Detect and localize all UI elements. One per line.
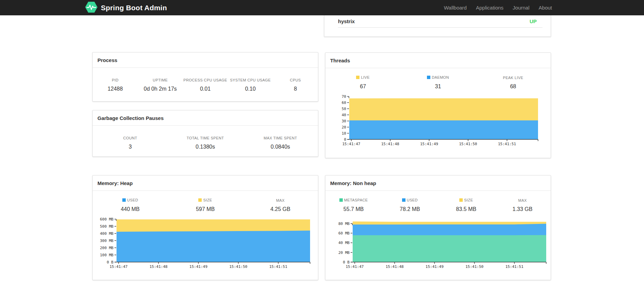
svg-text:15:41:48: 15:41:48: [386, 264, 404, 269]
stat-system-cpu-usage: SYSTEM CPU USAGE 0.10: [228, 77, 273, 92]
svg-text:15:41:51: 15:41:51: [269, 264, 287, 269]
svg-text:80 MB: 80 MB: [338, 222, 350, 226]
svg-text:20: 20: [342, 125, 346, 130]
stat-label: MAX TIME SPENT: [264, 136, 297, 140]
stat-pid: PID 12488: [93, 77, 138, 92]
gc-stats-row: COUNT 3 TOTAL TIME SPENT 0.1380s MAX TIM…: [93, 126, 318, 150]
used-legend-swatch: [402, 198, 405, 202]
svg-text:30: 30: [342, 119, 346, 123]
memory-nonheap-chart: 0 B20 MB40 MB60 MB80 MB15:41:4715:41:481…: [332, 215, 550, 271]
heap-card-title: Memory: Heap: [93, 176, 318, 191]
svg-text:15:41:49: 15:41:49: [420, 142, 438, 146]
stat-label: PID: [112, 78, 119, 82]
nav-menu: Wallboard Applications Journal About: [444, 0, 552, 15]
svg-text:15:41:51: 15:41:51: [505, 264, 523, 269]
process-stats-row: PID 12488 UPTIME 0d 0h 2m 17s PROCESS CP…: [93, 68, 318, 92]
stat-nonheap-size: SIZE 83.5 MB: [438, 197, 494, 212]
stat-label: UPTIME: [153, 78, 168, 82]
metaspace-legend-swatch: [339, 198, 343, 202]
stat-value: 0.0840s: [243, 144, 318, 150]
stat-label: COUNT: [123, 136, 137, 140]
svg-text:40 MB: 40 MB: [338, 241, 350, 245]
gc-card-title: Garbage Collection Pauses: [93, 110, 318, 126]
memory-heap-card: Memory: Heap USED 440 MB SIZE 597 MB MAX: [92, 175, 318, 280]
stat-nonheap-max: MAX 1.33 GB: [494, 197, 551, 212]
stat-nonheap-metaspace: METASPACE 55.7 MB: [325, 197, 382, 212]
nonheap-card-title: Memory: Non heap: [325, 176, 551, 191]
svg-text:40: 40: [342, 113, 346, 117]
stat-label: SYSTEM CPU USAGE: [230, 78, 271, 82]
stat-label: PROCESS CPU USAGE: [183, 78, 227, 82]
application-status-row[interactable]: hystrix UP: [324, 15, 551, 24]
stat-value: 0.10: [228, 86, 273, 92]
process-card: Process PID 12488 UPTIME 0d 0h 2m 17s PR…: [92, 52, 318, 102]
svg-text:600 MB: 600 MB: [100, 217, 113, 222]
used-legend-swatch: [122, 198, 126, 202]
stat-value: 78.2 MB: [382, 206, 438, 212]
stat-nonheap-used: USED 78.2 MB: [382, 197, 438, 212]
size-legend-swatch: [459, 198, 463, 202]
application-status-badge: UP: [530, 18, 537, 24]
svg-text:70: 70: [342, 94, 346, 99]
stat-label: TOTAL TIME SPENT: [187, 136, 224, 140]
threads-card: Threads LIVE 67 DAEMON 31 PEAK LIVE: [325, 52, 551, 158]
stat-label: CPUS: [290, 78, 301, 82]
threads-stats-row: LIVE 67 DAEMON 31 PEAK LIVE 68: [325, 68, 551, 90]
stat-threads-live: LIVE 67: [325, 74, 400, 90]
navbar: Spring Boot Admin Wallboard Applications…: [0, 0, 644, 15]
stat-value: 83.5 MB: [438, 206, 494, 212]
stat-value: 31: [400, 83, 475, 90]
svg-text:300 MB: 300 MB: [100, 239, 113, 243]
brand-title: Spring Boot Admin: [101, 4, 167, 12]
svg-text:60 MB: 60 MB: [338, 231, 350, 235]
stat-gc-max-time: MAX TIME SPENT 0.0840s: [243, 135, 318, 150]
stat-label: PEAK LIVE: [503, 76, 523, 80]
stat-process-cpu-usage: PROCESS CPU USAGE 0.01: [183, 77, 228, 92]
application-name[interactable]: hystrix: [338, 18, 355, 24]
spring-boot-admin-logo-icon: [85, 0, 98, 15]
nav-item-journal[interactable]: Journal: [513, 5, 530, 11]
stat-label: METASPACE: [339, 198, 368, 202]
memory-nonheap-card: Memory: Non heap METASPACE 55.7 MB USED …: [325, 175, 551, 280]
svg-text:0: 0: [344, 137, 346, 142]
svg-text:500 MB: 500 MB: [100, 224, 113, 229]
nonheap-stats-row: METASPACE 55.7 MB USED 78.2 MB SIZE 83.5…: [325, 191, 551, 212]
stat-threads-peak-live: PEAK LIVE 68: [476, 74, 551, 90]
stat-value: 0d 0h 2m 17s: [138, 86, 183, 92]
svg-text:15:41:47: 15:41:47: [342, 142, 361, 146]
stat-value: 8: [273, 86, 318, 92]
svg-text:15:41:50: 15:41:50: [465, 264, 484, 269]
brand-link[interactable]: Spring Boot Admin: [85, 0, 167, 15]
svg-text:60: 60: [342, 101, 346, 105]
stat-label: SIZE: [198, 198, 212, 202]
stat-uptime: UPTIME 0d 0h 2m 17s: [138, 77, 183, 92]
legend-label: METASPACE: [344, 198, 368, 202]
stat-threads-daemon: DAEMON 31: [400, 74, 475, 90]
divider: [338, 27, 542, 28]
stat-value: 597 MB: [168, 206, 243, 212]
legend-label: MAX: [518, 198, 527, 202]
legend-label: MAX: [276, 198, 285, 202]
svg-text:50: 50: [342, 107, 346, 111]
stat-value: 0.1380s: [168, 144, 243, 150]
heap-stats-row: USED 440 MB SIZE 597 MB MAX 4.25 GB: [93, 191, 318, 212]
svg-text:400 MB: 400 MB: [100, 231, 113, 236]
svg-text:15:41:50: 15:41:50: [229, 264, 247, 269]
legend-label: DAEMON: [432, 75, 449, 79]
legend-label: PEAK LIVE: [503, 76, 523, 80]
stat-label: SIZE: [459, 198, 473, 202]
nav-item-wallboard[interactable]: Wallboard: [444, 5, 467, 11]
stat-value: 0.01: [183, 86, 228, 92]
live-legend-swatch: [356, 76, 359, 79]
size-legend-swatch: [198, 198, 202, 202]
svg-text:15:41:48: 15:41:48: [150, 264, 168, 269]
application-status-card: hystrix UP: [324, 15, 551, 37]
stat-value: 4.25 GB: [243, 206, 318, 212]
svg-text:0 B: 0 B: [107, 260, 113, 264]
stat-label: USED: [402, 198, 418, 202]
nav-item-applications[interactable]: Applications: [476, 5, 504, 11]
svg-text:15:41:49: 15:41:49: [189, 264, 208, 269]
stat-label: MAX: [518, 198, 527, 202]
stat-value: 68: [476, 83, 551, 90]
nav-item-about[interactable]: About: [539, 5, 552, 11]
